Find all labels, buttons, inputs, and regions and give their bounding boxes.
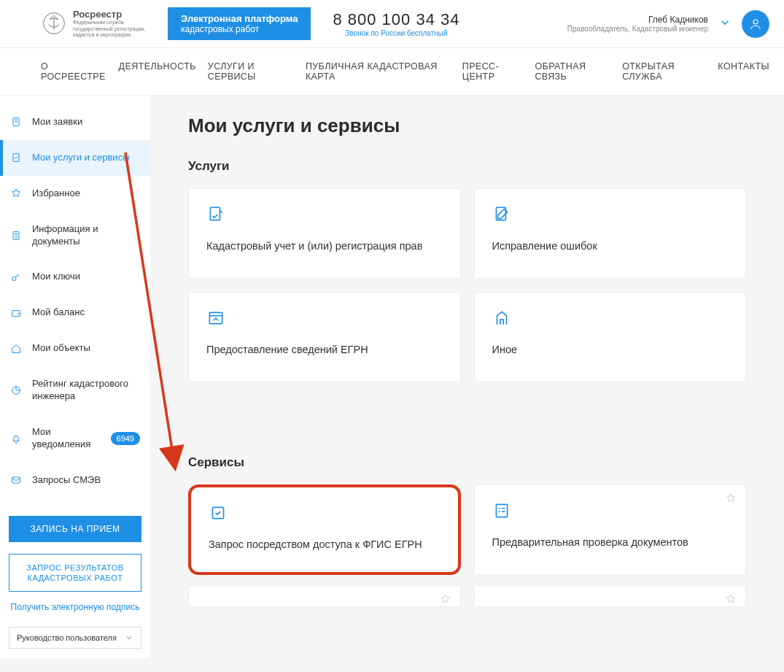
- chevron-down-icon: [718, 16, 731, 29]
- card-other[interactable]: Иное: [474, 292, 747, 382]
- card-placeholder-1[interactable]: [188, 585, 461, 607]
- user-role: Правообладатель, Кадастровый инженер: [567, 25, 708, 33]
- sidebar-item-label: Мои услуги и сервисы: [32, 152, 140, 164]
- sidebar-item-label: Мои объекты: [32, 342, 140, 355]
- document-icon: [10, 116, 22, 128]
- sidebar-item-rating[interactable]: Рейтинг кадастрового инженера: [0, 366, 150, 414]
- sidebar-item-label: Рейтинг кадастрового инженера: [32, 378, 140, 403]
- sidebar-item-notifications[interactable]: Мои уведомления 6949: [0, 414, 150, 463]
- nav-contacts[interactable]: КОНТАКТЫ: [718, 61, 769, 82]
- appointment-button[interactable]: ЗАПИСЬ НА ПРИЕМ: [9, 516, 141, 542]
- user-avatar[interactable]: [742, 10, 769, 38]
- sidebar-item-label: Мои заявки: [32, 116, 140, 128]
- sidebar-item-label: Мои уведомления: [32, 426, 101, 451]
- sidebar-item-applications[interactable]: Мои заявки: [0, 104, 150, 140]
- user-guide-select[interactable]: Руководство пользователя: [9, 627, 141, 649]
- card-title: Предварительная проверка документов: [492, 535, 729, 549]
- checklist-icon: [492, 501, 511, 520]
- nav-services[interactable]: УСЛУГИ И СЕРВИСЫ: [208, 61, 294, 82]
- user-icon: [749, 18, 762, 31]
- card-egrn-info[interactable]: Предоставление сведений ЕГРН: [188, 292, 461, 382]
- card-fgis-egrn-request[interactable]: Запрос посредством доступа к ФГИС ЕГРН: [188, 484, 461, 575]
- logo-title: Росреестр: [73, 9, 146, 20]
- chevron-down-icon: [125, 633, 133, 642]
- card-title: Предоставление сведений ЕГРН: [206, 342, 443, 357]
- building-icon: [492, 309, 511, 328]
- svg-point-7: [18, 313, 19, 314]
- platform-banner[interactable]: Электронная платформа кадастровых работ: [168, 7, 311, 40]
- nav-press[interactable]: ПРЕСС-ЦЕНТР: [462, 61, 524, 82]
- card-title: Исправление ошибок: [492, 239, 729, 253]
- svg-rect-9: [12, 477, 20, 483]
- support-phone-note: Звонок по России бесплатный: [333, 29, 459, 37]
- sidebar-item-label: Мой баланс: [32, 306, 140, 319]
- notifications-badge: 6949: [111, 432, 140, 445]
- sidebar-item-keys[interactable]: Мои ключи: [0, 259, 150, 295]
- site-logo[interactable]: Росреестр Федеральная служба государстве…: [41, 9, 158, 38]
- favorite-star-icon[interactable]: [725, 493, 737, 504]
- nav-open[interactable]: ОТКРЫТАЯ СЛУЖБА: [622, 61, 706, 82]
- sidebar-item-info[interactable]: Информация и документы: [0, 212, 150, 260]
- get-signature-link[interactable]: Получить электронную подпись: [0, 596, 150, 619]
- page-title: Мои услуги и сервисы: [188, 115, 746, 137]
- sidebar-item-balance[interactable]: Мой баланс: [0, 295, 150, 331]
- sidebar: Мои заявки Мои услуги и сервисы Избранно…: [0, 96, 150, 658]
- card-title: Кадастровый учет и (или) регистрация пра…: [206, 239, 443, 253]
- nav-activity[interactable]: ДЕЯТЕЛЬНОСТЬ: [119, 61, 196, 82]
- browser-home-icon: [206, 309, 225, 328]
- platform-line2: кадастровых работ: [181, 24, 298, 34]
- sidebar-item-label: Мои ключи: [32, 271, 140, 283]
- support-phone: 8 800 100 34 34: [333, 10, 459, 29]
- logo-subtitle: Федеральная служба государственной регис…: [73, 20, 146, 38]
- nav-feedback[interactable]: ОБРАТНАЯ СВЯЗЬ: [535, 61, 610, 82]
- section-services-title: Услуги: [188, 159, 746, 174]
- sidebar-item-services[interactable]: Мои услуги и сервисы: [0, 140, 150, 176]
- list-document-icon: [10, 230, 22, 242]
- svg-rect-15: [496, 504, 507, 517]
- nav-about[interactable]: О РОСРЕЕСТРЕ: [41, 61, 107, 82]
- cadastral-results-button[interactable]: ЗАПРОС РЕЗУЛЬТАТОВ КАДАСТРОВЫХ РАБОТ: [9, 554, 141, 592]
- nav-map[interactable]: ПУБЛИЧНАЯ КАДАСТРОВАЯ КАРТА: [306, 61, 451, 82]
- sidebar-item-label: Запросы СМЭВ: [32, 474, 140, 487]
- section-serv-title: Сервисы: [188, 455, 746, 470]
- sidebar-item-favorites[interactable]: Избранное: [0, 176, 150, 212]
- document-check-icon: [206, 205, 225, 224]
- card-title: Иное: [492, 342, 729, 357]
- svg-point-5: [12, 277, 16, 280]
- check-square-icon: [209, 503, 228, 522]
- wallet-icon: [10, 307, 22, 319]
- select-value: Руководство пользователя: [17, 633, 117, 642]
- svg-rect-11: [210, 207, 220, 220]
- eagle-emblem-icon: [41, 10, 67, 36]
- favorite-star-icon[interactable]: [440, 593, 451, 605]
- user-menu-toggle[interactable]: [718, 16, 731, 32]
- user-name: Глеб Кадников: [567, 15, 708, 25]
- star-icon: [10, 188, 22, 199]
- sidebar-item-smev[interactable]: Запросы СМЭВ: [0, 463, 150, 498]
- key-icon: [10, 271, 22, 283]
- sidebar-item-label: Избранное: [32, 188, 140, 200]
- platform-line1: Электронная платформа: [181, 13, 298, 24]
- sidebar-item-objects[interactable]: Мои объекты: [0, 331, 150, 366]
- sidebar-item-label: Информация и документы: [32, 223, 140, 248]
- house-icon: [10, 343, 22, 355]
- bell-icon: [10, 433, 22, 444]
- favorite-star-icon[interactable]: [725, 593, 737, 605]
- check-document-icon: [10, 152, 22, 163]
- chart-pie-icon: [10, 385, 22, 396]
- mail-icon: [10, 474, 22, 486]
- card-error-correction[interactable]: Исправление ошибок: [474, 188, 747, 279]
- svg-point-1: [753, 20, 758, 24]
- card-placeholder-2[interactable]: [474, 585, 747, 607]
- card-preliminary-check[interactable]: Предварительная проверка документов: [474, 484, 747, 575]
- card-cadastral-registration[interactable]: Кадастровый учет и (или) регистрация пра…: [188, 188, 461, 279]
- document-edit-icon: [492, 205, 511, 224]
- card-title: Запрос посредством доступа к ФГИС ЕГРН: [209, 537, 440, 552]
